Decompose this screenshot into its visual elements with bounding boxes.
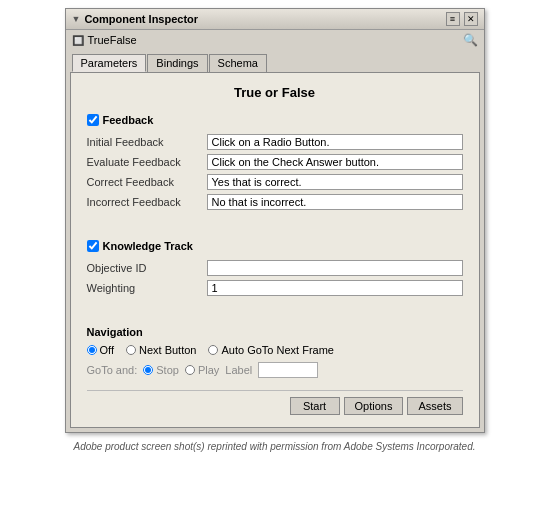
- knowledge-track-checkbox-row: Knowledge Track: [87, 240, 463, 252]
- radio-auto-goto[interactable]: [208, 345, 218, 355]
- options-button[interactable]: Options: [344, 397, 404, 415]
- navigation-radio-row: Off Next Button Auto GoTo Next Frame: [87, 344, 463, 356]
- feedback-checkbox-row: Feedback: [87, 114, 463, 126]
- goto-play-item: Play: [185, 364, 219, 376]
- subtitle-text: TrueFalse: [88, 34, 137, 46]
- title-bar-left: ▼ Component Inspector: [72, 13, 199, 25]
- goto-play-radio[interactable]: [185, 365, 195, 375]
- assets-button[interactable]: Assets: [407, 397, 462, 415]
- title-bar-right: ≡ ✕: [446, 12, 478, 26]
- objective-id-input[interactable]: [207, 260, 463, 276]
- feedback-label: Feedback: [103, 114, 154, 126]
- radio-next-button-label: Next Button: [139, 344, 196, 356]
- correct-feedback-value: Yes that is correct.: [207, 174, 463, 190]
- radio-auto-goto-item: Auto GoTo Next Frame: [208, 344, 334, 356]
- evaluate-feedback-label: Evaluate Feedback: [87, 156, 207, 168]
- radio-next-button[interactable]: [126, 345, 136, 355]
- goto-label-input[interactable]: [258, 362, 318, 378]
- goto-play-label: Play: [198, 364, 219, 376]
- component-inspector-window: ▼ Component Inspector ≡ ✕ 🔲 TrueFalse 🔍 …: [65, 8, 485, 433]
- incorrect-feedback-value: No that is incorrect.: [207, 194, 463, 210]
- radio-next-button-item: Next Button: [126, 344, 196, 356]
- feedback-checkbox[interactable]: [87, 114, 99, 126]
- section-title: True or False: [87, 85, 463, 100]
- objective-id-label: Objective ID: [87, 262, 207, 274]
- navigation-title: Navigation: [87, 326, 463, 338]
- subtitle-bar: 🔲 TrueFalse 🔍: [66, 30, 484, 50]
- radio-off-item: Off: [87, 344, 114, 356]
- component-icon: 🔲: [72, 35, 84, 46]
- goto-row: GoTo and: Stop Play Label: [87, 362, 463, 378]
- window-title: Component Inspector: [84, 13, 198, 25]
- initial-feedback-label: Initial Feedback: [87, 136, 207, 148]
- help-icon[interactable]: 🔍: [463, 33, 478, 47]
- initial-feedback-row: Initial Feedback Click on a Radio Button…: [87, 134, 463, 150]
- knowledge-track-label: Knowledge Track: [103, 240, 193, 252]
- weighting-input[interactable]: [207, 280, 463, 296]
- start-button[interactable]: Start: [290, 397, 340, 415]
- evaluate-feedback-value: Click on the Check Answer button.: [207, 154, 463, 170]
- subtitle-left: 🔲 TrueFalse: [72, 34, 137, 46]
- evaluate-feedback-row: Evaluate Feedback Click on the Check Ans…: [87, 154, 463, 170]
- goto-stop-label: Stop: [156, 364, 179, 376]
- bottom-buttons: Start Options Assets: [87, 390, 463, 415]
- title-bar: ▼ Component Inspector ≡ ✕: [66, 9, 484, 30]
- correct-feedback-row: Correct Feedback Yes that is correct.: [87, 174, 463, 190]
- tabs-bar: Parameters Bindings Schema: [66, 50, 484, 72]
- weighting-row: Weighting: [87, 280, 463, 296]
- goto-stop-radio[interactable]: [143, 365, 153, 375]
- incorrect-feedback-row: Incorrect Feedback No that is incorrect.: [87, 194, 463, 210]
- radio-auto-goto-label: Auto GoTo Next Frame: [221, 344, 334, 356]
- goto-stop-item: Stop: [143, 364, 179, 376]
- tab-schema[interactable]: Schema: [209, 54, 267, 72]
- title-bar-icon: ▼: [72, 14, 81, 24]
- incorrect-feedback-label: Incorrect Feedback: [87, 196, 207, 208]
- correct-feedback-label: Correct Feedback: [87, 176, 207, 188]
- navigation-section: Navigation Off Next Button Auto GoTo Nex…: [87, 326, 463, 378]
- tab-bindings[interactable]: Bindings: [147, 54, 207, 72]
- weighting-label: Weighting: [87, 282, 207, 294]
- tab-parameters[interactable]: Parameters: [72, 54, 147, 72]
- initial-feedback-value: Click on a Radio Button.: [207, 134, 463, 150]
- radio-off-label: Off: [100, 344, 114, 356]
- radio-off[interactable]: [87, 345, 97, 355]
- menu-button[interactable]: ≡: [446, 12, 460, 26]
- close-button[interactable]: ✕: [464, 12, 478, 26]
- label-text: Label: [225, 364, 252, 376]
- caption: Adobe product screen shot(s) reprinted w…: [4, 441, 545, 452]
- objective-id-row: Objective ID: [87, 260, 463, 276]
- content-area: True or False Feedback Initial Feedback …: [70, 72, 480, 428]
- knowledge-track-checkbox[interactable]: [87, 240, 99, 252]
- goto-and-label: GoTo and:: [87, 364, 138, 376]
